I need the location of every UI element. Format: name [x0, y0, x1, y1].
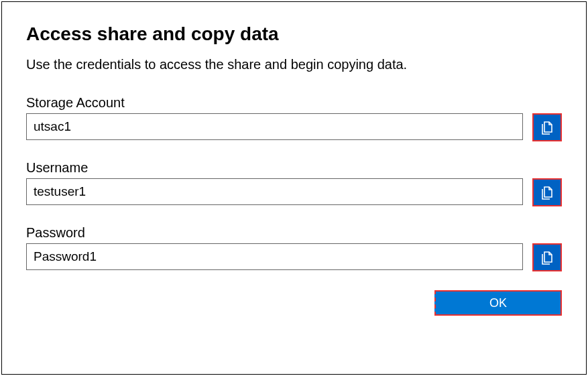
copy-icon — [540, 250, 554, 265]
copy-icon — [540, 185, 554, 200]
ok-button[interactable]: OK — [434, 290, 562, 316]
storage-account-row — [26, 113, 562, 141]
storage-account-group: Storage Account — [26, 95, 562, 141]
username-label: Username — [26, 160, 562, 176]
copy-storage-account-button[interactable] — [532, 113, 562, 141]
username-input[interactable] — [26, 178, 523, 205]
password-input[interactable] — [26, 243, 523, 270]
username-row — [26, 178, 562, 206]
storage-account-label: Storage Account — [26, 95, 562, 111]
storage-account-input[interactable] — [26, 113, 523, 140]
copy-password-button[interactable] — [532, 243, 562, 271]
dialog-button-row: OK — [26, 290, 562, 316]
copy-icon — [540, 120, 554, 135]
password-label: Password — [26, 225, 562, 241]
username-group: Username — [26, 160, 562, 206]
password-row — [26, 243, 562, 271]
copy-username-button[interactable] — [532, 178, 562, 206]
password-group: Password — [26, 225, 562, 271]
dialog-subtitle: Use the credentials to access the share … — [26, 57, 562, 72]
access-share-dialog: Access share and copy data Use the crede… — [1, 1, 587, 375]
dialog-title: Access share and copy data — [26, 23, 562, 45]
